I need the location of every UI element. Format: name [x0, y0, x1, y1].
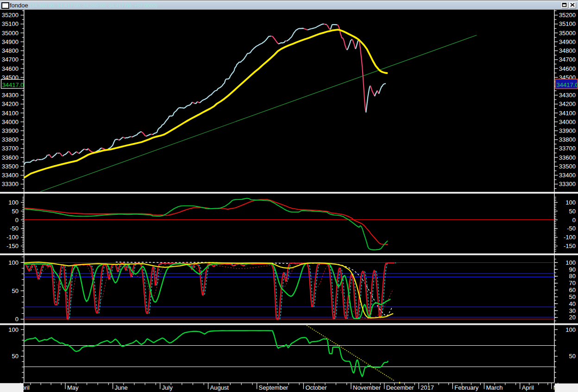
svg-text:90: 90	[569, 266, 576, 273]
svg-text:35000: 35000	[2, 30, 19, 37]
svg-text:34900: 34900	[2, 38, 19, 45]
svg-text:34417.0: 34417.0	[2, 81, 24, 88]
svg-text:33500: 33500	[2, 163, 19, 170]
svg-text:March: March	[486, 384, 503, 391]
svg-text:33900: 33900	[559, 127, 576, 134]
svg-text:34200: 34200	[559, 100, 576, 107]
svg-text:33900: 33900	[2, 127, 19, 134]
svg-text:33700: 33700	[559, 145, 576, 152]
svg-text:100: 100	[565, 326, 576, 333]
svg-text:-150: -150	[6, 243, 19, 249]
svg-text:-150: -150	[564, 243, 576, 249]
svg-text:33300: 33300	[559, 180, 576, 187]
svg-text:80: 80	[569, 273, 576, 280]
svg-text:-50: -50	[10, 225, 19, 232]
svg-text:50: 50	[569, 208, 576, 215]
svg-text:100: 100	[8, 259, 19, 266]
svg-text:34600: 34600	[2, 65, 19, 72]
svg-text:November: November	[353, 384, 381, 391]
svg-text:34700: 34700	[2, 56, 19, 63]
svg-text:100: 100	[565, 259, 576, 266]
svg-text:50: 50	[12, 353, 19, 360]
svg-text:34800: 34800	[559, 47, 576, 54]
svg-text:100: 100	[8, 326, 19, 333]
svg-text:October: October	[305, 384, 327, 391]
svg-text:33800: 33800	[2, 136, 19, 143]
svg-text:34300: 34300	[559, 92, 576, 99]
svg-text:34000: 34000	[2, 118, 19, 125]
svg-text:70: 70	[569, 280, 576, 286]
svg-text:34417.0: 34417.0	[557, 81, 578, 88]
svg-text:2017: 2017	[421, 384, 434, 391]
svg-text:50: 50	[12, 287, 19, 294]
svg-text:September: September	[259, 384, 289, 391]
svg-text:33600: 33600	[2, 154, 19, 161]
svg-text:35200: 35200	[2, 12, 19, 19]
svg-text:35100: 35100	[559, 20, 576, 27]
svg-text:0: 0	[15, 217, 19, 224]
svg-text:34200: 34200	[2, 100, 19, 107]
svg-text:33400: 33400	[559, 172, 576, 179]
svg-text:40: 40	[569, 300, 576, 307]
svg-text:December: December	[386, 384, 415, 391]
svg-text:100: 100	[565, 199, 576, 206]
svg-text:33600: 33600	[559, 154, 576, 161]
svg-text:100: 100	[8, 199, 19, 206]
svg-text:33700: 33700	[2, 145, 19, 152]
svg-text:33400: 33400	[2, 172, 19, 179]
svg-text:34900: 34900	[559, 38, 576, 45]
svg-text:34600: 34600	[559, 65, 576, 72]
svg-text:50: 50	[569, 293, 576, 300]
svg-text:-50: -50	[567, 225, 576, 232]
svg-text:June: June	[115, 384, 128, 391]
svg-text:-100: -100	[564, 234, 576, 241]
svg-text:33300: 33300	[2, 180, 19, 187]
svg-text:0: 0	[15, 316, 19, 323]
svg-text:33800: 33800	[559, 136, 576, 143]
svg-text:-100: -100	[6, 234, 19, 241]
svg-text:34700: 34700	[559, 56, 576, 63]
svg-text:35100: 35100	[2, 20, 19, 27]
svg-text:50: 50	[12, 208, 19, 215]
svg-text:30: 30	[569, 307, 576, 314]
svg-text:35000: 35000	[559, 30, 576, 37]
svg-text:34300: 34300	[2, 92, 19, 99]
svg-text:20: 20	[569, 314, 576, 321]
svg-text:33500: 33500	[559, 163, 576, 170]
svg-text:34100: 34100	[2, 110, 19, 117]
svg-text:April: April	[522, 384, 534, 391]
svg-text:34100: 34100	[559, 110, 576, 117]
svg-text:34800: 34800	[2, 47, 19, 54]
svg-text:0: 0	[572, 217, 576, 224]
svg-text:35200: 35200	[559, 12, 576, 19]
svg-text:50: 50	[569, 353, 576, 360]
svg-text:February: February	[454, 384, 479, 391]
svg-text:60: 60	[569, 286, 576, 293]
svg-text:34000: 34000	[559, 118, 576, 125]
svg-text:May: May	[67, 384, 79, 391]
